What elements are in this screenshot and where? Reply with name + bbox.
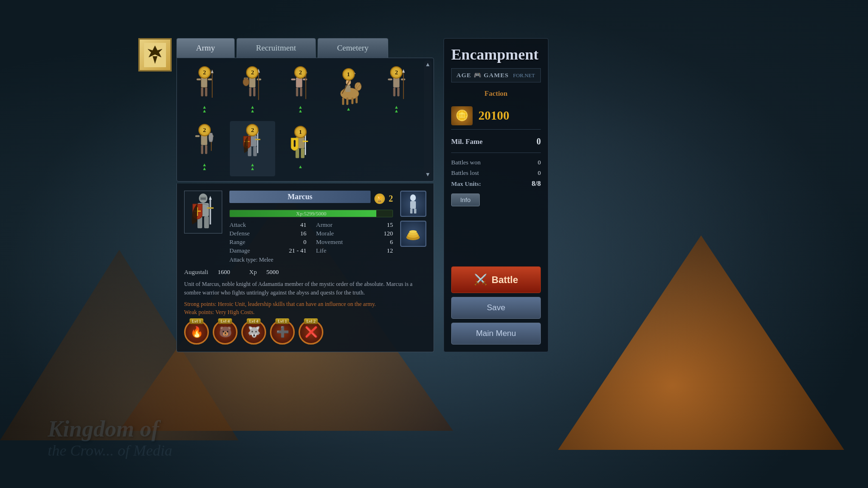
save-button[interactable]: Save: [451, 297, 541, 319]
chevrons-2: ▲ ▲: [250, 105, 255, 113]
svg-marker-76: [209, 196, 212, 200]
gold-icon: 🪙: [451, 106, 473, 125]
chevrons-4: ▲: [346, 107, 351, 111]
svg-rect-45: [201, 135, 207, 145]
stats-grid: Attack 41 Armor 15 Defense 16 Morale: [229, 221, 393, 254]
svg-rect-46: [201, 145, 204, 154]
description-text: Unit of Marcus, noble knight of Adamanti…: [184, 280, 426, 297]
unit-portrait: [184, 191, 222, 234]
chevrons-7: ▲ ▲: [250, 163, 255, 171]
svg-rect-81: [414, 209, 416, 214]
unit-cell-1[interactable]: 2: [182, 63, 227, 119]
watermark: Kingdom of the Crow... of Media: [48, 416, 172, 459]
svg-rect-19: [296, 78, 302, 88]
svg-rect-22: [291, 78, 296, 80]
unit-cell-empty-2: [373, 121, 419, 177]
unit-level-display: 2: [389, 194, 393, 204]
svg-rect-2: [201, 78, 207, 88]
unit-name: Marcus: [229, 191, 371, 203]
chevrons-5: ▲ ▲: [394, 105, 399, 113]
svg-marker-8: [211, 70, 214, 73]
tab-recruitment[interactable]: Recruitment: [237, 38, 316, 58]
svg-rect-31: [356, 96, 358, 103]
svg-rect-11: [249, 87, 251, 96]
battle-button[interactable]: ⚔️ Battle: [451, 266, 541, 293]
max-units-row: Max Units: 8/8: [451, 180, 541, 188]
mil-fame-value: 0: [537, 137, 541, 147]
svg-point-86: [409, 230, 417, 233]
mil-fame-label: Mil. Fame: [451, 138, 483, 146]
svg-rect-38: [393, 87, 395, 96]
level-badge-8: 1: [294, 126, 307, 138]
battles-won-row: Battles won 0: [451, 159, 541, 166]
tab-cemetery[interactable]: Cemetery: [318, 38, 388, 58]
weak-points: Weak points: Very High Costs.: [184, 309, 426, 316]
scrollbar[interactable]: ▲ ▼: [424, 60, 432, 179]
svg-rect-47: [205, 145, 207, 154]
chevrons-6: ▲ ▲: [202, 163, 207, 171]
scroll-down-arrow[interactable]: ▼: [425, 171, 431, 178]
unit-cell-5[interactable]: 2: [373, 63, 419, 119]
svg-rect-23: [303, 78, 307, 80]
svg-rect-28: [342, 97, 344, 105]
unit-icons-right: [400, 191, 426, 247]
chevrons-3: ▲ ▲: [298, 105, 303, 113]
svg-rect-79: [410, 201, 416, 209]
main-menu-button[interactable]: Main Menu: [451, 323, 541, 345]
unit-cell-2[interactable]: 2: [230, 63, 276, 119]
svg-rect-80: [410, 209, 413, 214]
svg-rect-48: [196, 135, 200, 137]
mil-fame-row: Mil. Fame 0: [451, 137, 541, 153]
svg-rect-58: [255, 139, 260, 141]
svg-rect-40: [388, 78, 392, 80]
svg-rect-10: [249, 78, 255, 88]
level-badge-5: 2: [390, 66, 403, 79]
unit-cell-6[interactable]: 2: [182, 121, 227, 177]
battles-lost-row: Battles lost 0: [451, 169, 541, 177]
unit-cell-7[interactable]: 2: [230, 121, 276, 177]
skill-icon-5[interactable]: Lvl 2 ❌: [299, 320, 323, 345]
svg-rect-70: [201, 198, 206, 199]
attack-type-row: Attack type: Melee: [229, 256, 393, 264]
unit-cell-empty-1: [326, 121, 372, 177]
gold-amount: 20100: [478, 109, 509, 123]
svg-rect-64: [301, 148, 305, 158]
tab-army[interactable]: Army: [176, 38, 235, 58]
faction-flag[interactable]: [138, 38, 172, 71]
xp-text: Xp:5299/5000: [230, 210, 393, 217]
battle-icon: ⚔️: [474, 274, 487, 286]
spacer: [451, 214, 541, 266]
scroll-up-arrow[interactable]: ▲: [425, 61, 431, 68]
svg-rect-12: [253, 87, 256, 96]
skill-icon-1[interactable]: Lvl 1 🔥: [184, 320, 209, 345]
svg-point-78: [410, 194, 416, 201]
unit-icon-gold[interactable]: [400, 221, 426, 247]
svg-rect-6: [208, 78, 212, 80]
gold-row: 🪙 20100: [451, 102, 541, 130]
svg-rect-20: [296, 87, 299, 96]
svg-rect-21: [300, 87, 303, 96]
svg-rect-73: [204, 216, 209, 228]
info-button[interactable]: Info: [451, 193, 480, 206]
level-badge-3: 2: [294, 66, 307, 79]
chevrons-8: ▲: [298, 165, 303, 169]
main-container: Army Recruitment Cemetery 2: [138, 38, 844, 352]
unit-cell-8[interactable]: 1: [278, 121, 323, 177]
skill-icon-4[interactable]: Lvl 1 ➕: [270, 320, 295, 345]
army-grid-panel: 2: [176, 58, 434, 182]
skill-icon-2[interactable]: Lvl 4 🐻: [213, 320, 238, 345]
unit-level-icon: 🏆: [374, 193, 385, 204]
skill-icon-3[interactable]: Lvl 4 🐺: [241, 320, 266, 345]
level-badge-2: 2: [246, 66, 258, 79]
svg-rect-5: [196, 78, 201, 80]
svg-rect-37: [393, 78, 399, 88]
tab-bar: Army Recruitment Cemetery: [176, 38, 434, 58]
svg-rect-29: [346, 97, 348, 105]
unit-cell-3[interactable]: 2: [278, 63, 323, 119]
unit-cell-4[interactable]: 1: [326, 63, 372, 119]
skill-icons: Lvl 1 🔥 Lvl 4 🐻 Lvl 4 🐺 Lvl 1 ➕ Lvl 2: [184, 320, 426, 345]
age-games-logo: AGE 🎮 GAMES FOR.NET: [451, 68, 541, 82]
svg-point-15: [243, 78, 249, 86]
unit-icon-warrior[interactable]: [400, 191, 426, 217]
augustali-row: Augustali 1600 Xp 5000: [184, 268, 426, 276]
